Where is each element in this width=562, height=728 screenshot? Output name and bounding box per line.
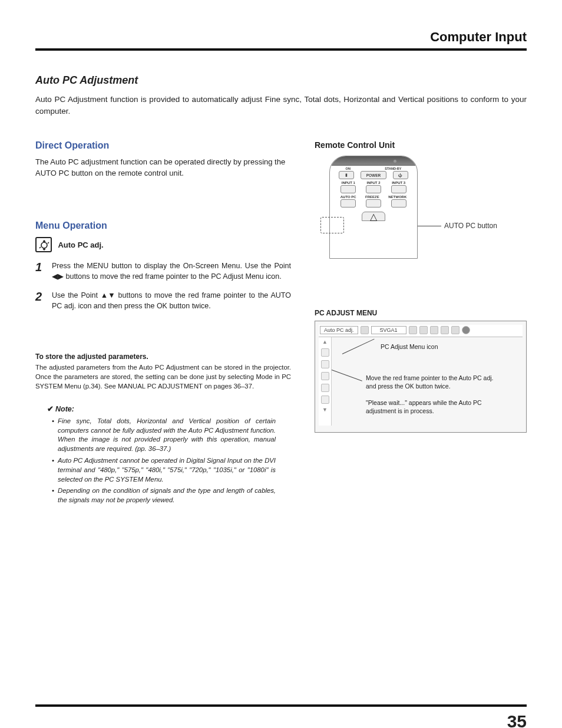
note-item-1: Fine sync, Total dots, Horizontal and Ve… xyxy=(52,417,276,454)
remote-on-button: ▮ xyxy=(339,171,354,179)
note-item-3: Depending on the condition of signals an… xyxy=(52,486,276,505)
side-down-arrow-icon: ▼ xyxy=(322,407,328,413)
remote-autopc-label: AUTO PC xyxy=(340,195,356,199)
remote-nav-up-icon: △ xyxy=(362,212,385,221)
callout-line-1-icon xyxy=(342,339,375,354)
step-1-text: Press the MENU button to display the On-… xyxy=(52,261,291,282)
remote-freeze-button xyxy=(366,199,381,207)
page-header-title: Computer Input xyxy=(35,29,527,51)
pc-menu-callout-3: "Please wait..." appears while the Auto … xyxy=(366,398,501,415)
side-icon-autopc xyxy=(321,348,329,357)
pc-menu-top-icon-4 xyxy=(430,326,438,334)
page-number: 35 xyxy=(507,711,527,728)
auto-pc-adj-label: Auto PC adj. xyxy=(58,240,103,249)
pc-menu-top-icon-info xyxy=(462,326,470,334)
pc-adjust-menu-figure: Auto PC adj. SVGA1 ▲ ▼ xyxy=(315,321,527,433)
leader-line-icon xyxy=(418,226,441,226)
check-icon: ✔ xyxy=(47,405,54,413)
note-heading-text: Note: xyxy=(55,405,74,413)
point-up-down-icon: ▲▼ xyxy=(101,290,115,301)
remote-input2-label: INPUT 2 xyxy=(366,181,380,185)
remote-network-button xyxy=(391,199,406,207)
store-heading: To store the adjusted parameters. xyxy=(35,353,291,361)
pc-menu-top-icon-3 xyxy=(419,326,428,334)
section-intro: Auto PC Adjustment function is provided … xyxy=(35,94,527,117)
side-icon-5 xyxy=(321,396,329,404)
step-2-number: 2 xyxy=(35,290,46,311)
remote-power-button: POWER xyxy=(361,171,386,179)
side-icon-3 xyxy=(321,372,329,380)
remote-on-label: ON xyxy=(346,167,351,170)
pc-adjust-menu-heading: PC ADJUST MENU xyxy=(315,309,527,317)
step-1-post: buttons to move the red frame pointer to… xyxy=(64,272,282,281)
remote-input1-button xyxy=(340,185,356,193)
remote-standby-button: ⏻ xyxy=(393,171,408,179)
remote-input1-label: INPUT 1 xyxy=(342,181,355,185)
remote-heading: Remote Control Unit xyxy=(315,140,527,150)
pc-menu-top-icon-5 xyxy=(441,326,449,334)
pc-menu-callout-1: PC Adjust Menu icon xyxy=(381,343,438,350)
pc-menu-top-icon-2 xyxy=(409,326,417,334)
side-icon-4 xyxy=(321,384,329,392)
page-footer: 35 xyxy=(35,704,527,707)
side-up-arrow-icon: ▲ xyxy=(322,340,328,345)
side-icon-2 xyxy=(321,360,329,368)
store-text: The adjusted parameters from the Auto PC… xyxy=(35,363,291,391)
step-2-text: Use the Point ▲▼ buttons to move the red… xyxy=(52,290,291,311)
remote-input2-button xyxy=(366,185,381,193)
direct-operation-heading: Direct Operation xyxy=(35,140,291,151)
pc-menu-top-label: Auto PC adj. xyxy=(320,326,358,334)
direct-operation-text: The Auto PC adjustment function can be o… xyxy=(35,157,291,179)
remote-figure: ON STAND-BY ▮ POWER ⏻ INPUT 1 INPUT 2 IN… xyxy=(315,156,527,274)
step-2-pre: Use the Point xyxy=(52,291,101,299)
remote-autopc-button xyxy=(340,199,356,207)
menu-operation-heading: Menu Operation xyxy=(35,220,291,231)
remote-input3-button xyxy=(391,185,406,193)
note-item-2: Auto PC Adjustment cannot be operated in… xyxy=(52,456,276,484)
note-heading: ✔Note: xyxy=(47,404,291,413)
note-list: Fine sync, Total dots, Horizontal and Ve… xyxy=(52,417,291,505)
remote-input3-label: INPUT 3 xyxy=(392,181,405,185)
remote-network-label: NETWORK xyxy=(388,195,406,199)
remote-autopc-callout: AUTO PC button xyxy=(444,222,497,230)
pc-menu-top-icon-6 xyxy=(451,326,459,334)
remote-autopc-highlight-box xyxy=(320,217,344,233)
step-1-pre: Press the MENU button to display the On-… xyxy=(52,262,291,270)
pc-menu-top-icon-1 xyxy=(361,326,369,334)
pc-menu-callout-2: Move the red frame pointer to the Auto P… xyxy=(366,374,501,390)
point-left-right-icon: ◀▶ xyxy=(52,271,64,282)
auto-pc-adj-icon xyxy=(35,237,52,252)
remote-standby-label: STAND-BY xyxy=(385,167,401,170)
pc-menu-side-column: ▲ ▼ xyxy=(319,337,332,426)
remote-freeze-label: FREEZE xyxy=(365,195,379,199)
pc-menu-mode-label: SVGA1 xyxy=(371,326,406,334)
step-1-number: 1 xyxy=(35,261,46,282)
callout-line-2-icon xyxy=(332,370,362,381)
section-title: Auto PC Adjustment xyxy=(35,74,527,87)
